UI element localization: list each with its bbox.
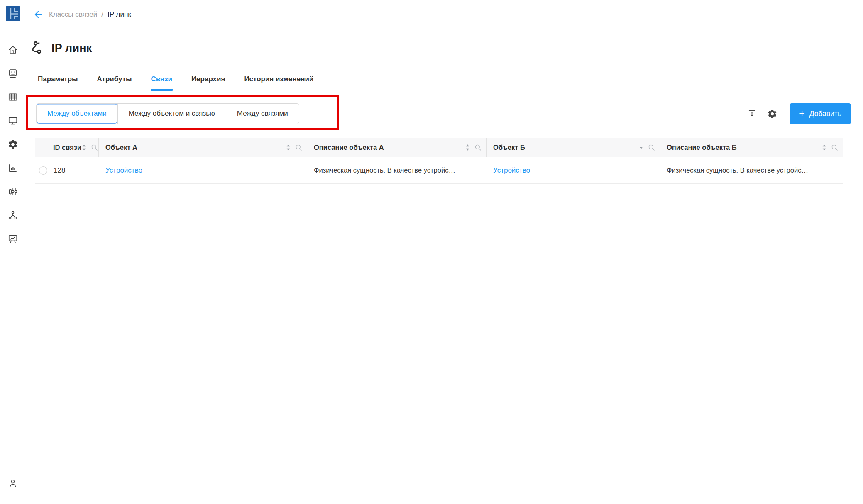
column-header-object-b: Объект Б [487,138,660,157]
column-label: Объект А [105,144,137,151]
tab-istoriya-izmeneniy[interactable]: История изменений [244,75,314,91]
app-logo[interactable] [6,6,20,21]
sidebar [0,0,26,504]
monitor-icon [7,115,18,126]
object-a-link[interactable]: Устройство [105,166,142,174]
breadcrumb-separator: / [101,10,103,19]
sort-both-icon[interactable] [821,144,827,151]
add-button-label: Добавить [809,110,841,118]
cell-desc-a: Физическая сущность. В качестве устройс… [307,166,487,174]
sidebar-item-settings[interactable] [0,132,26,156]
candlestick-icon [7,186,18,197]
search-icon[interactable] [295,144,303,151]
column-label: ID связи [53,144,81,151]
table-settings-button[interactable] [766,107,779,120]
sidebar-item-terminal[interactable] [0,61,26,85]
column-label: Описание объекта Б [667,144,737,151]
terminal-icon [7,68,18,79]
dashboard-icon [7,234,18,244]
relation-nodes-icon [30,40,46,56]
tab-parametry[interactable]: Параметры [37,75,78,91]
bar-chart-icon [7,163,18,173]
cell-object-a: Устройство [99,166,307,175]
row-height-icon [747,109,757,119]
search-icon[interactable] [474,144,482,151]
sidebar-item-dashboard[interactable] [0,227,26,251]
sidebar-item-home[interactable] [0,38,26,61]
column-header-id: ID связи [35,138,99,157]
column-header-desc-a: Описание объекта А [307,138,487,157]
sidebar-item-user[interactable] [0,471,26,495]
table-header: ID связи Объект А [35,138,843,157]
main-content: Классы связей / IP линк IP линк Параметр… [26,0,863,504]
object-b-link[interactable]: Устройство [493,166,530,174]
relations-table: ID связи Объект А [35,138,843,184]
app-root: Классы связей / IP линк IP линк Параметр… [0,0,863,504]
cell-desc-b: Физическая сущность. В качестве устройс… [660,166,843,174]
tab-bar: Параметры Атрибуты Связи Иерархия Истори… [26,75,863,91]
sidebar-item-data-grid[interactable] [0,85,26,109]
column-header-object-a: Объект А [99,138,307,157]
breadcrumb-parent-link[interactable]: Классы связей [49,10,97,19]
sidebar-item-candlestick[interactable] [0,180,26,203]
tab-atributy[interactable]: Атрибуты [97,75,132,91]
page-title: IP линк [51,42,92,55]
logo-icon [6,6,20,21]
relation-id: 128 [54,166,65,175]
search-icon[interactable] [648,144,655,151]
relation-type-switcher: Между объектами Между объектом и связью … [36,103,299,124]
breadcrumb-current: IP линк [108,10,131,19]
search-icon[interactable] [831,144,839,151]
sort-both-icon[interactable] [465,144,470,151]
sort-desc-icon[interactable] [638,144,644,151]
gear-icon [767,109,777,119]
column-header-desc-b: Описание объекта Б [660,138,843,157]
column-label: Объект Б [493,144,525,151]
topology-icon [7,210,18,221]
back-button[interactable] [32,8,45,21]
add-button[interactable]: + Добавить [790,103,851,124]
sidebar-item-monitor[interactable] [0,109,26,132]
filter-between-object-and-relation[interactable]: Между объектом и связью [117,104,226,124]
sidebar-nav [0,38,26,251]
arrow-left-icon [33,10,43,19]
data-grid-icon [7,92,18,102]
toolbar: Между объектами Между объектом и связью … [26,103,863,124]
row-radio[interactable] [39,166,47,175]
sort-both-icon[interactable] [81,144,87,151]
plus-icon: + [799,109,804,118]
filter-between-objects[interactable]: Между объектами [37,104,117,124]
table-row: 128 Устройство Физическая сущность. В ка… [35,157,843,184]
toolbar-actions: + Добавить [746,103,851,124]
page-header: IP линк [26,40,863,56]
tab-svyazi[interactable]: Связи [151,75,173,91]
tab-ierarhiya[interactable]: Иерархия [191,75,226,91]
user-icon [7,478,18,489]
sidebar-footer [0,471,26,495]
filter-between-relations[interactable]: Между связями [226,104,299,124]
home-icon [7,44,18,55]
breadcrumb: Классы связей / IP линк [26,0,863,29]
sort-both-icon[interactable] [286,144,291,151]
cell-id: 128 [35,166,99,175]
settings-icon [7,139,18,150]
column-label: Описание объекта А [314,144,384,151]
search-icon[interactable] [90,144,98,151]
sidebar-item-bar-chart[interactable] [0,156,26,180]
cell-object-b: Устройство [487,166,660,175]
row-height-button[interactable] [746,107,758,120]
sidebar-item-topology[interactable] [0,203,26,227]
